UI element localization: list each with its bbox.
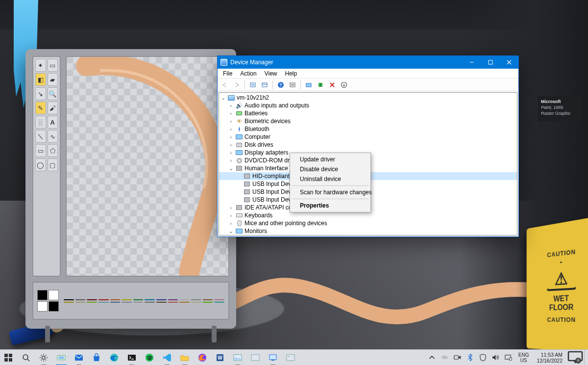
color-swatch [191,299,201,300]
action-center-button[interactable]: 6 [567,350,583,365]
properties-button[interactable] [287,79,298,90]
collapse-icon[interactable]: ⌄ [228,227,234,235]
tray-chevron-icon[interactable] [426,350,438,365]
firefox-button[interactable] [194,350,211,365]
photos-button[interactable] [229,350,246,365]
file-explorer-button[interactable] [176,350,193,365]
edge-browser-button[interactable] [106,350,122,365]
device-category[interactable]: ›ᚼBluetooth [219,125,517,133]
expand-icon[interactable]: › [228,211,234,219]
svg-rect-28 [271,360,274,361]
app-generic-1-button[interactable] [247,350,264,365]
tool-pencil-icon: ✎ [35,102,46,114]
expand-icon[interactable]: › [228,156,234,164]
update-driver-button[interactable] [303,79,314,90]
menu-action[interactable]: Action [237,70,260,78]
device-item[interactable]: Generic Non-PnP Monitor [219,235,517,235]
forward-button[interactable] [231,79,242,90]
device-label: Bluetooth [245,125,270,133]
uninstall-device-button[interactable] [339,79,349,90]
expand-icon[interactable]: › [228,219,234,227]
ctx-update-driver[interactable]: Update driver [291,155,369,164]
tray-meet-now-icon[interactable] [452,350,464,365]
vscode-button[interactable] [159,350,175,365]
expand-icon[interactable]: › [228,133,234,141]
close-button[interactable] [500,56,518,69]
tray-volume-icon[interactable] [490,350,502,365]
collapse-icon[interactable]: ⌄ [220,94,226,102]
paint-toolbox: ✦ ▭ ◧ ▰ ↘ 🔍 ✎ 🖌 ░ A ＼ ∿ ▭ ⬠ ◯ ▢ [32,56,61,277]
lang-bottom: US [520,358,527,363]
show-desktop-button[interactable] [584,350,587,365]
window-titlebar[interactable]: Device Manager [218,56,518,69]
maximize-button[interactable] [481,56,500,69]
device-category[interactable]: ›👁Biometric devices [219,117,517,125]
ctx-scan-hardware[interactable]: Scan for hardware changes [291,187,369,197]
language-indicator[interactable]: ENG US [515,350,532,365]
expand-icon[interactable]: › [228,141,234,149]
ctx-properties[interactable]: Properties [291,201,369,210]
mon-device-icon [235,133,243,140]
disable-device-button[interactable] [327,79,338,90]
menu-help[interactable]: Help [282,70,301,78]
color-swatch [145,302,155,303]
menu-bar[interactable]: File Action View Help [218,69,518,78]
device-manager-task-button[interactable] [265,350,281,365]
tray-onedrive-icon[interactable] [439,350,451,365]
search-button[interactable] [18,350,34,365]
device-label: Batteries [245,109,268,117]
start-button[interactable] [0,350,17,365]
context-menu[interactable]: Update driver Disable device Uninstall d… [290,153,371,212]
store-app-button[interactable] [88,350,105,365]
plaque-year: 1985 [554,105,564,110]
chip-device-icon [243,181,251,187]
tool-eraser-icon: ◧ [35,73,46,86]
tray-bluetooth-icon[interactable] [465,350,476,365]
clock[interactable]: 11:53 AM 12/16/2022 [533,350,566,365]
ctx-disable-device[interactable]: Disable device [291,164,369,174]
expand-icon[interactable]: › [228,117,234,125]
tray-network-icon[interactable] [503,350,514,365]
expand-icon[interactable]: › [228,109,234,117]
menu-view[interactable]: View [261,70,281,78]
ctx-uninstall-device[interactable]: Uninstall device [291,174,369,184]
chip-device-icon [235,165,243,172]
app-generic-2-button[interactable] [282,350,299,365]
tool-zoom-icon: 🔍 [48,87,58,100]
color-swatch [122,299,132,300]
device-category[interactable]: ›Computer [219,133,517,141]
device-category[interactable]: ›Disk drives [219,141,517,149]
expand-icon[interactable]: › [228,149,234,156]
device-category[interactable]: ⌄Monitors [219,227,517,235]
help-button[interactable]: ? [275,79,286,90]
settings-app-button[interactable] [35,350,52,365]
device-category[interactable]: ⌄vm-10v21h2 [219,94,517,102]
minimize-button[interactable] [463,56,481,69]
kb-device-icon [235,212,243,219]
expand-icon[interactable]: › [228,102,234,109]
svg-rect-33 [510,358,512,360]
svg-rect-25 [234,355,242,361]
color-swatch [64,302,74,303]
toolbar: ? [218,78,518,91]
mail-app-button[interactable] [71,350,87,365]
terminal-button[interactable] [123,350,140,365]
device-category[interactable]: ›Mice and other pointing devices [219,219,517,227]
spotify-button[interactable] [141,350,158,365]
view-button[interactable] [259,79,270,90]
taskbar[interactable]: W ENG US 11:53 AM 12/1 [0,349,588,365]
device-category[interactable]: ›Batteries [219,109,517,117]
tray-security-icon[interactable] [477,350,489,365]
task-view-button[interactable] [53,350,70,365]
back-button[interactable] [220,79,230,90]
clock-time: 11:53 AM [541,352,563,358]
expand-icon[interactable]: › [228,204,234,211]
device-category[interactable]: ›🔊Audio inputs and outputs [219,102,517,109]
collapse-icon[interactable]: ⌄ [228,164,234,172]
device-category[interactable]: ›Keyboards [219,211,517,219]
menu-file[interactable]: File [220,70,236,78]
show-hidden-button[interactable] [247,79,258,90]
enable-device-button[interactable] [315,79,326,90]
expand-icon[interactable]: › [228,125,234,133]
word-button[interactable]: W [212,350,228,365]
